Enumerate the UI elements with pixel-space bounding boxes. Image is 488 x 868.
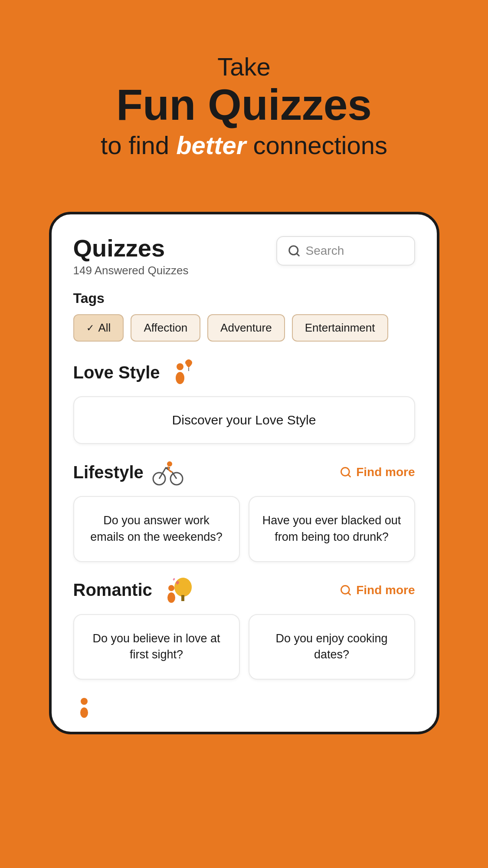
- hero-subtitle-text: to find better connections: [35, 131, 453, 160]
- find-more-lifestyle-icon: [340, 466, 352, 478]
- svg-point-17: [81, 698, 88, 705]
- svg-point-2: [177, 363, 183, 370]
- find-more-lifestyle[interactable]: Find more: [340, 465, 415, 479]
- svg-rect-12: [181, 595, 184, 601]
- svg-point-18: [80, 707, 88, 718]
- hero-fun-quizzes-text: Fun Quizzes: [35, 83, 453, 126]
- checkmark-icon: ✓: [86, 322, 94, 334]
- find-more-romantic-icon: [340, 584, 352, 596]
- category-lifestyle-title: Lifestyle: [73, 463, 144, 482]
- quiz-card-romantic-2[interactable]: Do you enjoy cooking dates?: [249, 614, 415, 680]
- tag-adventure[interactable]: Adventure: [207, 314, 285, 342]
- svg-point-13: [168, 585, 174, 591]
- tags-label: Tags: [73, 290, 415, 306]
- tags-section: Tags ✓ All Affection Adventure Entertain…: [73, 290, 415, 342]
- search-bar[interactable]: Search: [276, 236, 415, 266]
- svg-point-14: [167, 592, 175, 603]
- quiz-card-lifestyle-1[interactable]: Do you answer work emails on the weekend…: [73, 496, 240, 562]
- category-partial-bottom: [73, 693, 415, 719]
- search-icon: [288, 244, 301, 257]
- lifestyle-quiz-grid: Do you answer work emails on the weekend…: [73, 496, 415, 562]
- category-romantic-header: Romantic Fin: [73, 575, 415, 605]
- tag-affection[interactable]: Affection: [131, 314, 200, 342]
- find-more-romantic-label: Find more: [356, 583, 415, 597]
- phone-header: Quizzes 149 Answered Quizzes Search: [73, 236, 415, 277]
- category-lifestyle-header: Lifestyle Find more: [73, 457, 415, 487]
- category-love-style: Love Style Discover your Love Style: [73, 357, 415, 444]
- tags-list: ✓ All Affection Adventure Entertainment: [73, 314, 415, 342]
- category-title-row-romantic: Romantic: [73, 575, 194, 605]
- category-title-row-lifestyle: Lifestyle: [73, 457, 185, 487]
- quiz-romantic-2-text: Do you enjoy cooking dates?: [275, 632, 387, 661]
- find-more-lifestyle-label: Find more: [356, 465, 415, 479]
- tag-entertainment[interactable]: Entertainment: [292, 314, 388, 342]
- svg-line-10: [348, 474, 350, 477]
- category-title-row-love: Love Style: [73, 357, 197, 388]
- svg-point-11: [174, 578, 192, 597]
- quiz-card-romantic-1[interactable]: Do you believe in love at first sight?: [73, 614, 240, 680]
- romantic-illustration: [159, 575, 194, 605]
- lifestyle-illustration: [151, 457, 185, 487]
- tag-all[interactable]: ✓ All: [73, 314, 124, 342]
- quizzes-count: 149 Answered Quizzes: [73, 264, 189, 277]
- category-romantic-title: Romantic: [73, 580, 152, 600]
- category-romantic: Romantic Fin: [73, 575, 415, 680]
- category-love-style-title: Love Style: [73, 363, 160, 382]
- phone-frame: Quizzes 149 Answered Quizzes Search Tags…: [49, 212, 439, 734]
- quiz-card-love-style[interactable]: Discover your Love Style: [73, 396, 415, 444]
- quiz-lifestyle-1-text: Do you answer work emails on the weekend…: [90, 514, 223, 543]
- quiz-card-lifestyle-2[interactable]: Have you ever blacked out from being too…: [249, 496, 415, 562]
- find-more-romantic[interactable]: Find more: [340, 583, 415, 597]
- partial-illustration: [73, 693, 104, 719]
- svg-line-16: [348, 592, 350, 595]
- category-title-row-partial: [73, 693, 104, 719]
- romantic-quiz-grid: Do you believe in love at first sight? D…: [73, 614, 415, 680]
- tag-affection-label: Affection: [144, 321, 187, 335]
- category-love-style-header: Love Style: [73, 357, 415, 388]
- tag-entertainment-label: Entertainment: [305, 321, 375, 335]
- title-group: Quizzes 149 Answered Quizzes: [73, 236, 189, 277]
- svg-point-5: [184, 364, 187, 366]
- category-partial-header: [73, 693, 415, 719]
- search-placeholder-text: Search: [306, 244, 344, 258]
- svg-line-1: [296, 253, 298, 256]
- hero-take-text: Take: [35, 52, 453, 81]
- tag-all-label: All: [98, 321, 111, 335]
- svg-point-8: [167, 461, 172, 467]
- quiz-love-style-text: Discover your Love Style: [172, 413, 316, 427]
- love-style-illustration: [167, 357, 197, 388]
- quiz-romantic-1-text: Do you believe in love at first sight?: [92, 632, 220, 661]
- quiz-lifestyle-2-text: Have you ever blacked out from being too…: [262, 514, 401, 543]
- svg-point-3: [176, 372, 184, 384]
- category-lifestyle: Lifestyle Find more: [73, 457, 415, 562]
- hero-section: Take Fun Quizzes to find better connecti…: [0, 0, 488, 186]
- page-title: Quizzes: [73, 236, 189, 260]
- tag-adventure-label: Adventure: [220, 321, 272, 335]
